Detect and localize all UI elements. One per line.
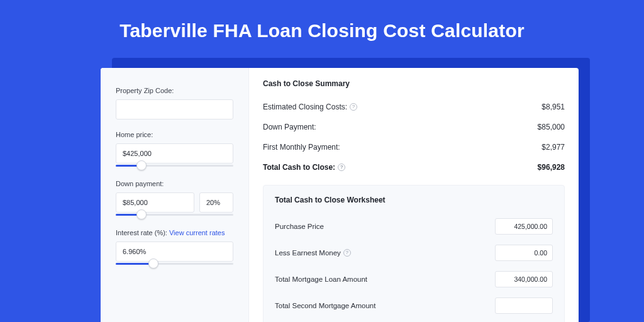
summary-label-text: Estimated Closing Costs: xyxy=(263,103,347,111)
home-price-field: Home price: xyxy=(116,131,233,169)
inputs-sidebar: Property Zip Code: Home price: Down paym… xyxy=(101,68,249,322)
down-payment-label: Down payment: xyxy=(116,180,233,187)
help-icon[interactable]: ? xyxy=(350,103,357,111)
page-title: Taberville FHA Loan Closing Cost Calcula… xyxy=(0,0,644,54)
home-price-input[interactable] xyxy=(116,143,233,164)
summary-title: Cash to Close Summary xyxy=(263,79,565,88)
worksheet-row-mortgage-amount: Total Mortgage Loan Amount xyxy=(275,266,553,292)
slider-thumb[interactable] xyxy=(148,258,158,269)
home-price-slider[interactable] xyxy=(116,162,233,169)
worksheet-label-text: Purchase Price xyxy=(275,223,324,230)
interest-rate-label-text: Interest rate (%): xyxy=(116,229,167,236)
summary-label-text: Down Payment: xyxy=(263,123,316,131)
down-payment-input[interactable] xyxy=(116,192,194,213)
worksheet-title: Total Cash to Close Worksheet xyxy=(275,196,553,204)
worksheet-row-second-mortgage: Total Second Mortgage Amount xyxy=(275,292,553,319)
down-payment-field: Down payment: xyxy=(116,180,233,218)
help-icon[interactable]: ? xyxy=(338,164,345,171)
worksheet-input-earnest-money[interactable] xyxy=(495,245,553,261)
calculator-card: Property Zip Code: Home price: Down paym… xyxy=(101,68,579,322)
worksheet-row-earnest-money: Less Earnest Money ? xyxy=(275,240,553,266)
worksheet-label-text: Less Earnest Money xyxy=(275,249,341,257)
slider-thumb[interactable] xyxy=(136,160,147,170)
help-icon[interactable]: ? xyxy=(343,249,351,257)
summary-value: $2,977 xyxy=(541,143,565,152)
summary-value: $85,000 xyxy=(538,123,565,131)
worksheet-input-purchase-price[interactable] xyxy=(495,218,553,235)
summary-row-total: Total Cash to Close: ? $96,928 xyxy=(263,157,565,177)
interest-rate-label: Interest rate (%): View current rates xyxy=(116,229,233,236)
summary-label-text: Total Cash to Close: xyxy=(263,163,335,172)
cash-to-close-summary: Cash to Close Summary Estimated Closing … xyxy=(263,79,565,177)
slider-thumb[interactable] xyxy=(136,209,147,219)
worksheet-label-text: Total Second Mortgage Amount xyxy=(275,302,375,309)
results-panel: Cash to Close Summary Estimated Closing … xyxy=(249,68,579,322)
zip-field: Property Zip Code: xyxy=(116,87,233,119)
summary-value: $96,928 xyxy=(538,163,565,172)
worksheet-label-text: Total Mortgage Loan Amount xyxy=(275,275,367,283)
worksheet-row-purchase-price: Purchase Price xyxy=(275,213,553,240)
worksheet-input-second-mortgage[interactable] xyxy=(495,297,553,314)
interest-rate-input[interactable] xyxy=(116,242,233,262)
summary-row-first-payment: First Monthly Payment: $2,977 xyxy=(263,137,565,157)
zip-input[interactable] xyxy=(116,99,233,119)
zip-label: Property Zip Code: xyxy=(116,87,233,94)
down-payment-pct-input[interactable] xyxy=(199,192,233,213)
summary-value: $8,951 xyxy=(541,103,565,111)
home-price-label: Home price: xyxy=(116,131,233,138)
summary-row-closing-costs: Estimated Closing Costs: ? $8,951 xyxy=(263,97,565,117)
interest-rate-field: Interest rate (%): View current rates xyxy=(116,229,233,267)
interest-rate-slider[interactable] xyxy=(116,260,233,267)
down-payment-slider[interactable] xyxy=(116,211,233,218)
view-rates-link[interactable]: View current rates xyxy=(169,229,225,236)
worksheet-panel: Total Cash to Close Worksheet Purchase P… xyxy=(263,185,565,322)
summary-label-text: First Monthly Payment: xyxy=(263,143,340,152)
summary-row-down-payment: Down Payment: $85,000 xyxy=(263,117,565,137)
worksheet-input-mortgage-amount[interactable] xyxy=(495,271,553,287)
